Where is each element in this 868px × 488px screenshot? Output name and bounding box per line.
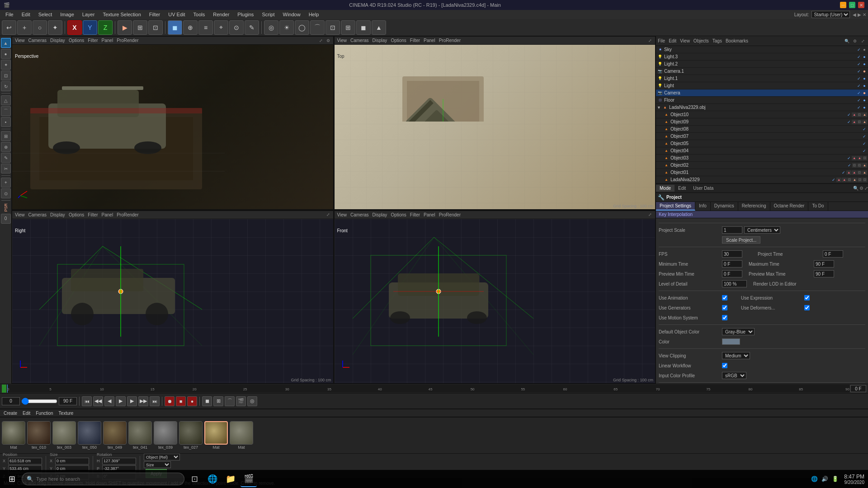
lada-vis[interactable]: ● [862, 105, 867, 110]
start-button[interactable]: ⊞ [4, 471, 20, 487]
max-time-input[interactable] [814, 260, 834, 267]
tab-referencing[interactable]: Referencing [738, 202, 770, 211]
vp-front-options-menu[interactable]: Options [390, 212, 407, 217]
prop-search-icon[interactable]: 🔍 [853, 186, 859, 191]
menu-script[interactable]: Script [258, 11, 278, 18]
vp-top-display-menu[interactable]: Display [372, 38, 388, 43]
magnet-tool[interactable]: ⊙ [229, 20, 244, 35]
mat-thumb-0[interactable] [2, 421, 25, 445]
menu-filter[interactable]: Filter [146, 11, 164, 18]
vp-view-menu[interactable]: View [14, 38, 26, 43]
lt-point-btn[interactable]: • [1, 117, 11, 127]
obj-floor[interactable]: ⊡ Floor ✓ ● [656, 97, 868, 104]
light-check[interactable]: ✓ [856, 83, 862, 89]
next-key-btn[interactable]: ▶▶ [138, 396, 148, 406]
prev-frame-btn[interactable]: ◀ [104, 396, 114, 406]
deform-checkbox[interactable] [804, 305, 810, 310]
mat-thumb-5[interactable] [128, 421, 152, 445]
vp-front-panel-menu[interactable]: Panel [423, 212, 436, 217]
viewport-perspective[interactable]: View Cameras Display Options Filter Pane… [12, 36, 334, 210]
vp-display-menu[interactable]: Display [49, 38, 66, 43]
sky-vis[interactable]: ● [862, 47, 867, 52]
undo-button[interactable]: ↩ [2, 20, 16, 35]
knife-tool[interactable]: ✎ [245, 20, 259, 35]
edge-btn[interactable]: 🌐 [204, 471, 221, 487]
mat-item-5[interactable]: tex_041 [128, 421, 152, 450]
explorer-btn[interactable]: 📁 [222, 471, 239, 487]
lt-polygon-btn[interactable]: △ [1, 95, 11, 105]
menu-tools[interactable]: Tools [190, 11, 209, 18]
redo-button[interactable]: + [17, 20, 32, 35]
play-btn[interactable]: ▶ [116, 396, 126, 406]
volume-icon[interactable]: 🔊 [821, 476, 828, 482]
obj-edit-menu[interactable]: Edit [669, 38, 676, 43]
viewport-right[interactable]: View Cameras Display Options Filter Pane… [12, 211, 334, 384]
obj-objects-menu[interactable]: Objects [693, 38, 709, 43]
snap-tool[interactable]: ⌖ [214, 20, 228, 35]
fps-input[interactable] [722, 250, 742, 258]
menu-uv-edit[interactable]: UV Edit [165, 11, 189, 18]
mat-item-8[interactable]: Mat [204, 421, 228, 450]
render-btn-1[interactable]: ▶ [118, 20, 132, 35]
stop-btn[interactable]: ■ [176, 396, 186, 406]
mat-create-menu[interactable]: Create [2, 411, 19, 416]
l2-vis[interactable]: ● [862, 61, 867, 67]
gen-checkbox[interactable] [722, 305, 727, 310]
scale-project-button[interactable]: Scale Project... [722, 236, 760, 244]
vp-front-display-menu[interactable]: Display [372, 212, 388, 217]
close-button[interactable]: ✕ [858, 2, 864, 8]
obj-view-menu[interactable]: View [680, 38, 690, 43]
mode-tab-edit[interactable]: Edit [675, 185, 689, 192]
vp-right-prorender-menu[interactable]: ProRender [116, 212, 139, 217]
mat-item-0[interactable]: Mat [2, 421, 25, 450]
view-clip-dropdown[interactable]: Medium Small Large [722, 352, 750, 359]
proj-time-input[interactable] [823, 250, 843, 258]
object-mode[interactable]: ◼ [168, 20, 182, 35]
prim-btn[interactable]: ◯ [295, 20, 309, 35]
fcurve-btn[interactable]: ⌒ [225, 396, 235, 406]
obj-camera[interactable]: 📷 Camera ✓ ● [656, 89, 868, 97]
size-x-input[interactable] [55, 458, 89, 465]
obj-ladaniva-root[interactable]: ▼ ▲ LadaNiva2329.obj ✓ ● [656, 104, 868, 111]
vp-top-prorender-menu[interactable]: ProRender [438, 38, 462, 43]
live-select[interactable]: ○ [33, 20, 47, 35]
linear-wf-checkbox[interactable] [722, 363, 727, 368]
obj-light3[interactable]: 💡 Light.3 ✓ ● [656, 53, 868, 61]
vp-top-fullscreen-icon[interactable]: ⤢ [647, 38, 653, 44]
prev-key-btn[interactable]: ◀◀ [93, 396, 103, 406]
next-frame-btn[interactable]: ▶ [127, 396, 137, 406]
menu-texture-selection[interactable]: Texture Selection [99, 11, 144, 18]
obj-object04[interactable]: ▲ Object04 ✓ [656, 147, 868, 155]
lt-select-btn[interactable]: ● [1, 49, 11, 59]
mat-thumb-8[interactable] [204, 421, 228, 445]
menu-help[interactable]: Help [305, 11, 323, 18]
tab-todo[interactable]: To Do [808, 202, 828, 211]
maximize-button[interactable]: □ [849, 2, 855, 8]
frame-end-input[interactable] [59, 397, 77, 405]
obj-light2[interactable]: 💡 Light.2 ✓ ● [656, 61, 868, 68]
lt-rotate-btn[interactable]: ↻ [1, 81, 11, 91]
c1-check[interactable]: ✓ [856, 69, 862, 74]
prop-settings-icon[interactable]: ⚙ [859, 186, 863, 191]
vp-top-view-menu[interactable]: View [336, 38, 348, 43]
record-btn[interactable]: ⏺ [165, 396, 175, 406]
go-end-btn[interactable]: ⏭ [150, 396, 160, 406]
move-tool[interactable]: ✦ [48, 20, 62, 35]
light-vis[interactable]: ● [862, 83, 867, 89]
mat-item-9[interactable]: Mat [230, 421, 253, 450]
lt-snap-btn[interactable]: ⌖ [1, 178, 11, 188]
go-start-btn[interactable]: ⏮ [82, 396, 92, 406]
obj03-check[interactable]: ✓ [846, 155, 852, 161]
l1-vis[interactable]: ● [862, 76, 867, 81]
mat-edit-menu[interactable]: Edit [21, 411, 32, 416]
mat-item-1[interactable]: tex_010 [27, 421, 51, 450]
lt-scale-btn[interactable]: ⊡ [1, 70, 11, 80]
cam-check[interactable]: ✓ [856, 90, 862, 96]
obj-tags-menu[interactable]: Tags [712, 38, 722, 43]
vp-top-panel-menu[interactable]: Panel [423, 38, 436, 43]
obj-file-menu[interactable]: File [658, 38, 665, 43]
vp-front-cameras-menu[interactable]: Cameras [349, 212, 370, 217]
menu-file[interactable]: File [2, 11, 17, 18]
obj-bookmarks-menu[interactable]: Bookmarks [726, 38, 748, 43]
viewport-top[interactable]: View Cameras Display Options Filter Pane… [334, 36, 656, 210]
